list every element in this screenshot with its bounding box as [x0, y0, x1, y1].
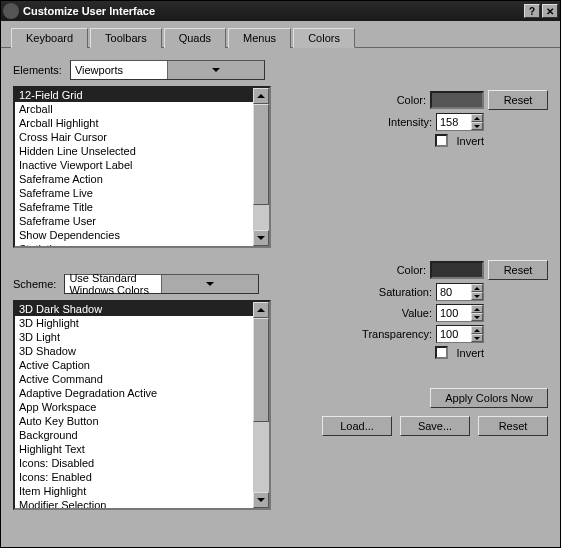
- apply-colors-button[interactable]: Apply Colors Now: [430, 388, 548, 408]
- svg-marker-0: [212, 68, 220, 72]
- invert-checkbox-2[interactable]: [435, 346, 448, 359]
- scroll-up-icon[interactable]: [253, 302, 269, 318]
- chevron-down-icon[interactable]: [167, 61, 264, 79]
- list-item[interactable]: Arcball: [15, 102, 253, 116]
- spin-down-icon[interactable]: [471, 334, 483, 342]
- color-swatch[interactable]: [430, 91, 484, 109]
- scheme-selected: Use Standard Windows Colors: [65, 272, 161, 296]
- invert-label-2: Invert: [456, 347, 484, 359]
- tab-keyboard[interactable]: Keyboard: [11, 28, 88, 48]
- svg-marker-4: [257, 308, 265, 312]
- list-item[interactable]: Safeframe Action: [15, 172, 253, 186]
- help-button[interactable]: ?: [524, 4, 540, 18]
- list-item[interactable]: Active Command: [15, 372, 253, 386]
- list-item[interactable]: Arcball Highlight: [15, 116, 253, 130]
- svg-marker-8: [474, 287, 480, 290]
- color-label-2: Color:: [397, 264, 426, 276]
- spin-up-icon[interactable]: [471, 305, 483, 313]
- app-icon: [3, 3, 19, 19]
- svg-marker-3: [206, 282, 214, 286]
- load-button[interactable]: Load...: [322, 416, 392, 436]
- list-item[interactable]: 3D Highlight: [15, 316, 253, 330]
- tab-quads[interactable]: Quads: [164, 28, 226, 48]
- svg-marker-12: [474, 329, 480, 332]
- scroll-down-icon[interactable]: [253, 492, 269, 508]
- scroll-thumb[interactable]: [253, 318, 269, 422]
- scroll-thumb[interactable]: [253, 104, 269, 205]
- invert-checkbox[interactable]: [435, 134, 448, 147]
- scroll-down-icon[interactable]: [253, 230, 269, 246]
- svg-marker-2: [257, 236, 265, 240]
- list-item[interactable]: Background: [15, 428, 253, 442]
- elements-label: Elements:: [13, 64, 62, 76]
- tab-colors[interactable]: Colors: [293, 28, 355, 48]
- list-item[interactable]: 3D Light: [15, 330, 253, 344]
- list-item[interactable]: Safeframe User: [15, 214, 253, 228]
- svg-marker-10: [474, 308, 480, 311]
- list-item[interactable]: Safeframe Live: [15, 186, 253, 200]
- window-title: Customize User Interface: [23, 5, 522, 17]
- transparency-input[interactable]: [437, 326, 471, 342]
- svg-marker-7: [474, 125, 480, 128]
- scheme-listbox[interactable]: 3D Dark Shadow3D Highlight3D Light3D Sha…: [13, 300, 271, 510]
- elements-listbox[interactable]: 12-Field GridArcballArcball HighlightCro…: [13, 86, 271, 248]
- list-item[interactable]: Modifier Selection: [15, 498, 253, 508]
- list-item[interactable]: Item Highlight: [15, 484, 253, 498]
- chevron-down-icon[interactable]: [161, 275, 258, 293]
- spin-down-icon[interactable]: [471, 313, 483, 321]
- color-swatch-2[interactable]: [430, 261, 484, 279]
- svg-marker-11: [474, 316, 480, 319]
- list-item[interactable]: Icons: Enabled: [15, 470, 253, 484]
- reset-button[interactable]: Reset: [488, 90, 548, 110]
- color-label: Color:: [397, 94, 426, 106]
- list-item[interactable]: Safeframe Title: [15, 200, 253, 214]
- reset-button-2[interactable]: Reset: [488, 260, 548, 280]
- svg-marker-13: [474, 337, 480, 340]
- window: Customize User Interface ? ✕ Keyboard To…: [0, 0, 561, 548]
- saturation-input[interactable]: [437, 284, 471, 300]
- list-item[interactable]: Highlight Text: [15, 442, 253, 456]
- intensity-spinner[interactable]: [436, 113, 484, 131]
- tab-toolbars[interactable]: Toolbars: [90, 28, 162, 48]
- invert-label: Invert: [456, 135, 484, 147]
- list-item[interactable]: Active Caption: [15, 358, 253, 372]
- scrollbar[interactable]: [253, 88, 269, 246]
- transparency-label: Transparency:: [362, 328, 432, 340]
- elements-dropdown[interactable]: Viewports: [70, 60, 265, 80]
- list-item[interactable]: 12-Field Grid: [15, 88, 253, 102]
- list-item[interactable]: Inactive Viewport Label: [15, 158, 253, 172]
- list-item[interactable]: 3D Dark Shadow: [15, 302, 253, 316]
- spin-up-icon[interactable]: [471, 326, 483, 334]
- list-item[interactable]: Icons: Disabled: [15, 456, 253, 470]
- list-item[interactable]: 3D Shadow: [15, 344, 253, 358]
- transparency-spinner[interactable]: [436, 325, 484, 343]
- value-label: Value:: [402, 307, 432, 319]
- list-item[interactable]: Show Dependencies: [15, 228, 253, 242]
- tabs: Keyboard Toolbars Quads Menus Colors: [1, 21, 560, 48]
- spin-down-icon[interactable]: [471, 292, 483, 300]
- list-item[interactable]: Cross Hair Cursor: [15, 130, 253, 144]
- close-button[interactable]: ✕: [542, 4, 558, 18]
- scrollbar[interactable]: [253, 302, 269, 508]
- scheme-dropdown[interactable]: Use Standard Windows Colors: [64, 274, 259, 294]
- saturation-spinner[interactable]: [436, 283, 484, 301]
- spin-down-icon[interactable]: [471, 122, 483, 130]
- value-input[interactable]: [437, 305, 471, 321]
- list-item[interactable]: App Workspace: [15, 400, 253, 414]
- list-item[interactable]: Hidden Line Unselected: [15, 144, 253, 158]
- scroll-up-icon[interactable]: [253, 88, 269, 104]
- spin-up-icon[interactable]: [471, 284, 483, 292]
- saturation-label: Saturation:: [379, 286, 432, 298]
- list-item[interactable]: Statistics: [15, 242, 253, 246]
- reset-all-button[interactable]: Reset: [478, 416, 548, 436]
- intensity-label: Intensity:: [388, 116, 432, 128]
- svg-marker-9: [474, 295, 480, 298]
- list-item[interactable]: Adaptive Degradation Active: [15, 386, 253, 400]
- tab-menus[interactable]: Menus: [228, 28, 291, 48]
- spin-up-icon[interactable]: [471, 114, 483, 122]
- save-button[interactable]: Save...: [400, 416, 470, 436]
- list-item[interactable]: Auto Key Button: [15, 414, 253, 428]
- elements-selected: Viewports: [71, 64, 167, 76]
- intensity-input[interactable]: [437, 114, 471, 130]
- value-spinner[interactable]: [436, 304, 484, 322]
